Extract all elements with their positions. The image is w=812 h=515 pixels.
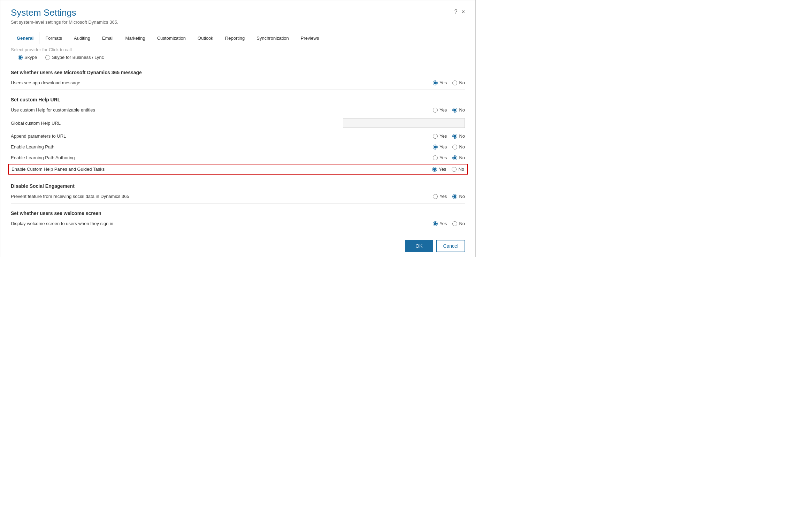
section-welcome-screen-title: Set whether users see welcome screen — [11, 205, 465, 218]
skype-business-radio[interactable] — [45, 55, 50, 60]
learning-path-authoring-no[interactable]: No — [452, 155, 465, 160]
enable-learning-path-no-radio[interactable] — [452, 145, 457, 149]
help-button[interactable]: ? — [454, 9, 458, 15]
global-custom-help-label: Global custom Help URL — [11, 121, 343, 126]
app-download-no-radio[interactable] — [452, 80, 457, 85]
tab-formats[interactable]: Formats — [39, 32, 68, 44]
app-download-label: Users see app download message — [11, 80, 423, 85]
row-app-download: Users see app download message Yes No — [11, 77, 465, 88]
app-download-no[interactable]: No — [452, 80, 465, 85]
tab-synchronization[interactable]: Synchronization — [251, 32, 295, 44]
divider-3 — [11, 203, 465, 203]
tab-email[interactable]: Email — [96, 32, 120, 44]
prevent-social-data-radio-group: Yes No — [423, 194, 465, 199]
tab-previews[interactable]: Previews — [295, 32, 325, 44]
skype-business-label: Skype for Business / Lync — [52, 55, 104, 60]
tab-marketing[interactable]: Marketing — [120, 32, 151, 44]
enable-learning-path-no[interactable]: No — [452, 144, 465, 149]
enable-learning-path-radio-group: Yes No — [423, 144, 465, 149]
append-params-yes[interactable]: Yes — [433, 133, 447, 139]
custom-help-panes-no-radio[interactable] — [452, 167, 457, 172]
section-custom-help-title: Set custom Help URL — [11, 91, 465, 105]
custom-help-panes-yes-radio[interactable] — [432, 167, 437, 172]
ok-button[interactable]: OK — [405, 240, 433, 252]
skype-business-option[interactable]: Skype for Business / Lync — [45, 55, 104, 60]
row-display-welcome-screen: Display welcome screen to users when the… — [11, 218, 465, 229]
append-params-radio-group: Yes No — [423, 133, 465, 139]
row-global-custom-help: Global custom Help URL — [11, 115, 465, 131]
prevent-social-data-label: Prevent feature from receiving social da… — [11, 194, 423, 199]
footer: OK Cancel — [0, 235, 475, 257]
enable-learning-path-label: Enable Learning Path — [11, 144, 423, 149]
prevent-social-data-no[interactable]: No — [452, 194, 465, 199]
tab-outlook[interactable]: Outlook — [192, 32, 219, 44]
app-download-yes[interactable]: Yes — [433, 80, 447, 85]
custom-help-panes-label: Enable Custom Help Panes and Guided Task… — [12, 167, 422, 172]
prevent-social-data-yes-radio[interactable] — [433, 194, 438, 199]
custom-help-entities-yes-radio[interactable] — [433, 108, 438, 113]
custom-help-entities-no-radio[interactable] — [452, 108, 457, 113]
custom-help-entities-no[interactable]: No — [452, 107, 465, 113]
custom-help-entities-label: Use custom Help for customizable entitie… — [11, 107, 423, 113]
custom-help-panes-radio-group: Yes No — [422, 167, 464, 172]
cancel-button[interactable]: Cancel — [436, 240, 465, 252]
append-params-label: Append parameters to URL — [11, 133, 423, 139]
row-enable-learning-path: Enable Learning Path Yes No — [11, 141, 465, 152]
learning-path-authoring-no-radio[interactable] — [452, 155, 457, 160]
section-ms-message-title: Set whether users see Microsoft Dynamics… — [11, 64, 465, 77]
divider-1 — [11, 90, 465, 90]
tabs-container: General Formats Auditing Email Marketing… — [0, 32, 475, 44]
row-custom-help-panes: Enable Custom Help Panes and Guided Task… — [8, 164, 468, 175]
section-social-engagement-title: Disable Social Engagement — [11, 178, 465, 191]
display-welcome-screen-radio-group: Yes No — [423, 221, 465, 226]
custom-help-panes-yes[interactable]: Yes — [432, 167, 446, 172]
provider-row: Skype Skype for Business / Lync — [11, 53, 465, 64]
custom-help-panes-no[interactable]: No — [452, 167, 464, 172]
append-params-no[interactable]: No — [452, 133, 465, 139]
partial-label: Select provider for Click to call — [11, 44, 465, 53]
display-welcome-screen-yes-radio[interactable] — [433, 221, 438, 226]
app-download-yes-radio[interactable] — [433, 80, 438, 85]
close-button[interactable]: × — [462, 9, 465, 15]
skype-label: Skype — [24, 55, 37, 60]
learning-path-authoring-label: Enable Learning Path Authoring — [11, 155, 423, 160]
enable-learning-path-yes[interactable]: Yes — [433, 144, 447, 149]
tab-customization[interactable]: Customization — [151, 32, 192, 44]
row-learning-path-authoring: Enable Learning Path Authoring Yes No — [11, 152, 465, 163]
row-prevent-social-data: Prevent feature from receiving social da… — [11, 191, 465, 202]
prevent-social-data-yes[interactable]: Yes — [433, 194, 447, 199]
header-text: System Settings Set system-level setting… — [11, 7, 118, 25]
tab-auditing[interactable]: Auditing — [68, 32, 96, 44]
row-append-params: Append parameters to URL Yes No — [11, 131, 465, 141]
dialog-controls: ? × — [454, 7, 465, 15]
tab-reporting[interactable]: Reporting — [219, 32, 251, 44]
skype-option[interactable]: Skype — [18, 55, 37, 60]
dialog-title: System Settings — [11, 7, 118, 18]
learning-path-authoring-radio-group: Yes No — [423, 155, 465, 160]
dialog-header: System Settings Set system-level setting… — [0, 0, 475, 28]
skype-radio[interactable] — [18, 55, 23, 60]
learning-path-authoring-yes[interactable]: Yes — [433, 155, 447, 160]
custom-help-entities-radio-group: Yes No — [423, 107, 465, 113]
tabs: General Formats Auditing Email Marketing… — [11, 32, 465, 44]
prevent-social-data-no-radio[interactable] — [452, 194, 457, 199]
row-custom-help-entities: Use custom Help for customizable entitie… — [11, 105, 465, 115]
content-area: Select provider for Click to call Skype … — [0, 44, 475, 229]
divider-2 — [11, 176, 465, 176]
append-params-yes-radio[interactable] — [433, 134, 438, 139]
display-welcome-screen-no-radio[interactable] — [452, 221, 457, 226]
custom-help-entities-yes[interactable]: Yes — [433, 107, 447, 113]
tab-general[interactable]: General — [11, 32, 39, 44]
display-welcome-screen-yes[interactable]: Yes — [433, 221, 447, 226]
append-params-no-radio[interactable] — [452, 134, 457, 139]
learning-path-authoring-yes-radio[interactable] — [433, 155, 438, 160]
display-welcome-screen-no[interactable]: No — [452, 221, 465, 226]
global-custom-help-input[interactable] — [343, 118, 465, 128]
enable-learning-path-yes-radio[interactable] — [433, 145, 438, 149]
display-welcome-screen-label: Display welcome screen to users when the… — [11, 221, 423, 226]
app-download-radio-group: Yes No — [423, 80, 465, 85]
dialog-subtitle: Set system-level settings for Microsoft … — [11, 20, 118, 25]
